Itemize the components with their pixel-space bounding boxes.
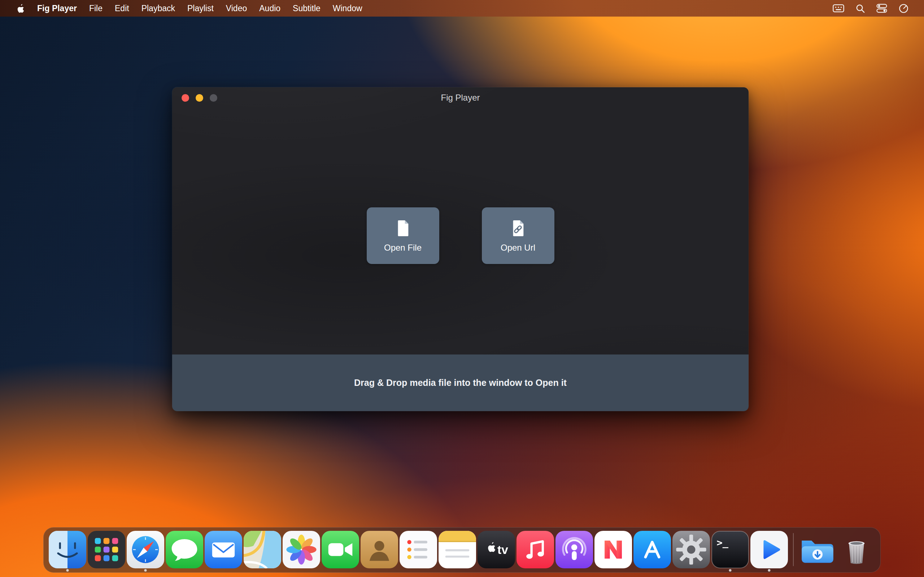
- music-icon: [517, 531, 554, 568]
- apple-menu[interactable]: [10, 0, 31, 16]
- dock-item-terminal[interactable]: >_: [711, 531, 749, 568]
- dock-divider: [793, 533, 794, 566]
- app-menu-title[interactable]: Fig Player: [31, 0, 83, 16]
- dock-item-podcasts[interactable]: [556, 531, 593, 568]
- minimize-button[interactable]: [195, 94, 203, 102]
- control-center-icon[interactable]: [874, 0, 890, 16]
- fig-player-window: Fig Player Open File: [172, 87, 749, 411]
- messages-icon: [166, 531, 203, 568]
- menu-audio[interactable]: Audio: [253, 0, 287, 16]
- menu-file[interactable]: File: [83, 0, 109, 16]
- menu-edit[interactable]: Edit: [109, 0, 135, 16]
- file-document-icon: [394, 219, 411, 237]
- podcasts-icon: [556, 531, 593, 568]
- window-title: Fig Player: [172, 87, 749, 108]
- svg-text:tv: tv: [498, 543, 508, 556]
- photos-icon: [283, 531, 320, 568]
- menu-video[interactable]: Video: [220, 0, 253, 16]
- apple-logo-icon: [16, 3, 25, 13]
- desktop: Fig Player File Edit Playback Playlist V…: [0, 0, 924, 577]
- finder-icon: [49, 531, 86, 568]
- window-footer-bar: Drag & Drop media file into the window t…: [172, 355, 749, 411]
- dock-item-facetime[interactable]: [321, 531, 359, 568]
- trash-icon: [838, 531, 875, 568]
- close-button[interactable]: [181, 94, 189, 102]
- launchpad-icon: [88, 531, 125, 568]
- dock-item-news[interactable]: [594, 531, 632, 568]
- dock-item-mail[interactable]: [205, 531, 242, 568]
- gauge-icon[interactable]: [895, 0, 912, 16]
- app-store-icon: [633, 531, 671, 568]
- zoom-button[interactable]: [210, 94, 217, 102]
- dock-item-safari[interactable]: [127, 531, 164, 568]
- dock-item-trash[interactable]: [838, 531, 875, 568]
- dock-item-maps[interactable]: [244, 531, 281, 568]
- dock: tv: [43, 527, 881, 573]
- menu-subtitle[interactable]: Subtitle: [287, 0, 327, 16]
- traffic-lights: [181, 94, 217, 102]
- dock-item-messages[interactable]: [166, 531, 203, 568]
- dock-item-system-settings[interactable]: [672, 531, 710, 568]
- menu-playlist[interactable]: Playlist: [181, 0, 220, 16]
- menu-bar-status-area: [830, 0, 924, 16]
- open-url-label: Open Url: [501, 243, 535, 253]
- menu-playback[interactable]: Playback: [135, 0, 181, 16]
- running-indicator: [66, 569, 69, 572]
- dock-item-reminders[interactable]: [399, 531, 437, 568]
- dock-item-launchpad[interactable]: [88, 531, 125, 568]
- open-url-button[interactable]: Open Url: [482, 207, 554, 264]
- safari-icon: [127, 531, 164, 568]
- system-settings-icon: [672, 531, 710, 568]
- news-icon: [594, 531, 632, 568]
- spotlight-icon[interactable]: [852, 0, 868, 16]
- running-indicator: [144, 569, 147, 572]
- running-indicator: [729, 569, 732, 572]
- menu-window[interactable]: Window: [327, 0, 368, 16]
- terminal-icon: >_: [711, 531, 749, 568]
- apple-tv-icon: tv: [478, 531, 515, 568]
- dock-item-notes[interactable]: [439, 531, 476, 568]
- mail-icon: [205, 531, 242, 568]
- facetime-icon: [321, 531, 359, 568]
- dock-item-fig-player[interactable]: [750, 531, 788, 568]
- menu-bar: Fig Player File Edit Playback Playlist V…: [0, 0, 924, 16]
- notes-icon: [439, 531, 476, 568]
- fig-player-dock-icon: [750, 531, 788, 568]
- dock-item-apple-tv[interactable]: tv: [478, 531, 515, 568]
- contacts-icon: [360, 531, 398, 568]
- open-file-button[interactable]: Open File: [367, 207, 439, 264]
- running-indicator: [768, 569, 771, 572]
- dock-item-finder[interactable]: [49, 531, 86, 568]
- link-document-icon: [510, 219, 526, 237]
- open-file-label: Open File: [384, 243, 422, 253]
- dock-item-contacts[interactable]: [360, 531, 398, 568]
- maps-icon: [244, 531, 281, 568]
- menu-bar-left: Fig Player File Edit Playback Playlist V…: [0, 0, 368, 16]
- input-source-icon[interactable]: [830, 0, 847, 16]
- dock-item-music[interactable]: [517, 531, 554, 568]
- drop-zone[interactable]: Open File Open Url: [172, 207, 749, 264]
- downloads-folder-icon: [799, 531, 836, 568]
- dock-item-downloads[interactable]: [799, 531, 836, 568]
- svg-text:>_: >_: [717, 537, 729, 548]
- reminders-icon: [399, 531, 437, 568]
- dock-item-app-store[interactable]: [633, 531, 671, 568]
- drag-drop-hint: Drag & Drop media file into the window t…: [354, 377, 567, 388]
- dock-item-photos[interactable]: [283, 531, 320, 568]
- window-titlebar[interactable]: Fig Player: [172, 87, 749, 108]
